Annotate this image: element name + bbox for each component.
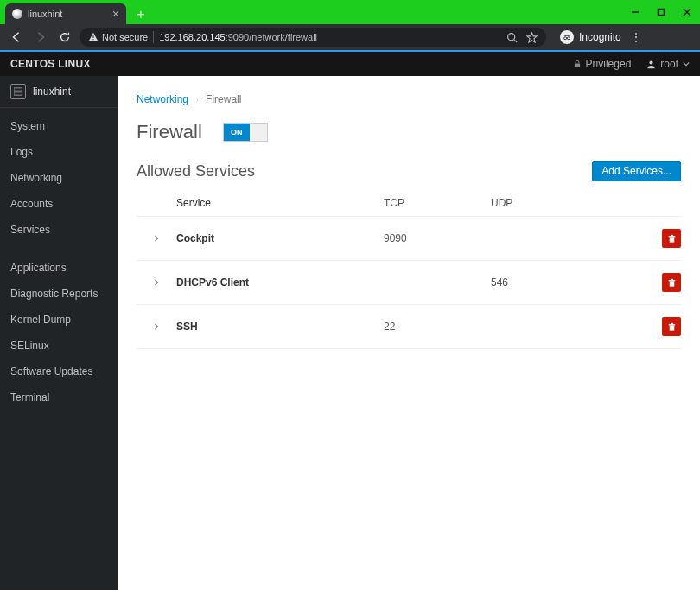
breadcrumb-current: Firewall xyxy=(206,93,241,105)
minimize-icon xyxy=(631,8,640,16)
trash-icon xyxy=(667,322,677,332)
svg-rect-14 xyxy=(14,92,22,95)
expand-toggle[interactable] xyxy=(137,323,176,330)
add-services-button[interactable]: Add Services... xyxy=(592,161,681,181)
incognito-label: Incognito xyxy=(579,31,621,43)
sidebar-item-kernel-dump[interactable]: Kernel Dump xyxy=(0,307,118,333)
svg-rect-20 xyxy=(671,278,673,279)
expand-toggle[interactable] xyxy=(137,279,176,286)
close-window-icon xyxy=(683,8,691,16)
svg-rect-18 xyxy=(669,281,674,286)
delete-service-button[interactable] xyxy=(662,273,681,292)
svg-rect-17 xyxy=(671,234,673,235)
table-row[interactable]: Cockpit 9090 xyxy=(137,217,681,261)
sidebar-item-accounts[interactable]: Accounts xyxy=(0,191,118,217)
sidebar-item-terminal[interactable]: Terminal xyxy=(0,384,118,410)
privileged-label: Privileged xyxy=(586,58,632,70)
zoom-icon[interactable] xyxy=(506,32,518,43)
arrow-left-icon xyxy=(10,31,22,43)
chevron-right-icon: › xyxy=(195,95,198,105)
user-menu[interactable]: root xyxy=(646,58,690,70)
url-host: 192.168.20.145 xyxy=(159,32,225,42)
tab-strip: linuxhint × + xyxy=(0,0,150,24)
address-right xyxy=(506,32,538,43)
server-icon xyxy=(10,84,26,99)
app-body: linuxhint System Logs Networking Account… xyxy=(0,76,700,590)
chevron-right-icon xyxy=(153,279,160,286)
back-button[interactable] xyxy=(7,28,26,47)
svg-rect-1 xyxy=(659,10,665,16)
svg-rect-21 xyxy=(669,325,674,330)
host-name: linuxhint xyxy=(33,86,71,98)
page-title-row: Firewall ON xyxy=(137,121,681,143)
sidebar-item-services[interactable]: Services xyxy=(0,217,118,243)
col-expand-header xyxy=(137,197,176,209)
tab-title: linuxhint xyxy=(28,9,62,19)
sidebar-item-diagnostic-reports[interactable]: Diagnostic Reports xyxy=(0,281,118,307)
svg-rect-15 xyxy=(669,237,674,242)
svg-rect-16 xyxy=(668,236,675,237)
incognito-indicator[interactable]: Incognito xyxy=(560,30,621,44)
svg-rect-19 xyxy=(668,280,675,281)
url-display: 192.168.20.145:9090/network/firewall xyxy=(159,32,317,42)
forward-button[interactable] xyxy=(31,28,50,47)
svg-rect-22 xyxy=(668,324,675,325)
sidebar-item-applications[interactable]: Applications xyxy=(0,255,118,281)
svg-rect-13 xyxy=(14,88,22,91)
delete-service-button[interactable] xyxy=(662,317,681,336)
maximize-icon xyxy=(657,8,665,16)
reload-icon xyxy=(59,31,71,43)
address-trail: Incognito ⋮ xyxy=(560,30,642,44)
privileged-indicator[interactable]: Privileged xyxy=(573,58,632,70)
delete-service-button[interactable] xyxy=(662,229,681,248)
sidebar-item-logs[interactable]: Logs xyxy=(0,139,118,165)
host-selector[interactable]: linuxhint xyxy=(0,76,118,108)
table-row[interactable]: DHCPv6 Client 546 xyxy=(137,261,681,305)
services-table: Service TCP UDP Cockpit 9090 xyxy=(137,190,681,349)
service-name: SSH xyxy=(176,320,384,333)
col-tcp-header: TCP xyxy=(384,197,491,209)
close-icon[interactable]: × xyxy=(112,8,119,20)
chevron-right-icon xyxy=(153,235,160,242)
reload-button[interactable] xyxy=(55,28,74,47)
close-window-button[interactable] xyxy=(674,0,700,24)
new-tab-button[interactable]: + xyxy=(131,5,150,24)
svg-point-9 xyxy=(567,37,570,40)
expand-toggle[interactable] xyxy=(137,235,176,242)
sidebar-separator xyxy=(0,243,118,255)
incognito-icon xyxy=(560,30,574,44)
address-box[interactable]: Not secure 192.168.20.145:9090/network/f… xyxy=(80,28,546,47)
page-title: Firewall xyxy=(137,121,202,143)
section-header: Allowed Services Add Services... xyxy=(137,161,681,181)
browser-menu-button[interactable]: ⋮ xyxy=(630,30,642,44)
service-udp: 546 xyxy=(491,276,598,289)
svg-point-12 xyxy=(650,60,653,64)
svg-rect-23 xyxy=(671,322,673,323)
window-controls xyxy=(622,0,700,24)
sidebar-item-system[interactable]: System xyxy=(0,113,118,139)
switch-knob xyxy=(250,124,267,141)
chevron-right-icon xyxy=(153,323,160,330)
section-title: Allowed Services xyxy=(137,162,255,181)
not-secure-label: Not secure xyxy=(102,32,148,42)
star-icon[interactable] xyxy=(526,32,538,43)
arrow-right-icon xyxy=(35,31,47,43)
svg-rect-4 xyxy=(92,35,93,38)
sidebar-item-software-updates[interactable]: Software Updates xyxy=(0,358,118,384)
trash-icon xyxy=(667,234,677,244)
maximize-button[interactable] xyxy=(648,0,674,24)
security-warning: Not secure xyxy=(88,32,148,42)
svg-rect-5 xyxy=(92,39,93,40)
sidebar-item-selinux[interactable]: SELinux xyxy=(0,333,118,358)
breadcrumb-link[interactable]: Networking xyxy=(137,93,188,105)
divider xyxy=(153,31,154,43)
url-path: :9090/network/firewall xyxy=(226,32,317,42)
sidebar-item-networking[interactable]: Networking xyxy=(0,165,118,191)
sidebar-menu: System Logs Networking Accounts Services… xyxy=(0,108,118,410)
warning-triangle-icon xyxy=(88,32,99,42)
tab-favicon-icon xyxy=(12,9,22,19)
minimize-button[interactable] xyxy=(622,0,648,24)
table-row[interactable]: SSH 22 xyxy=(137,305,681,349)
browser-tab[interactable]: linuxhint × xyxy=(5,3,126,24)
firewall-toggle[interactable]: ON xyxy=(223,123,268,142)
